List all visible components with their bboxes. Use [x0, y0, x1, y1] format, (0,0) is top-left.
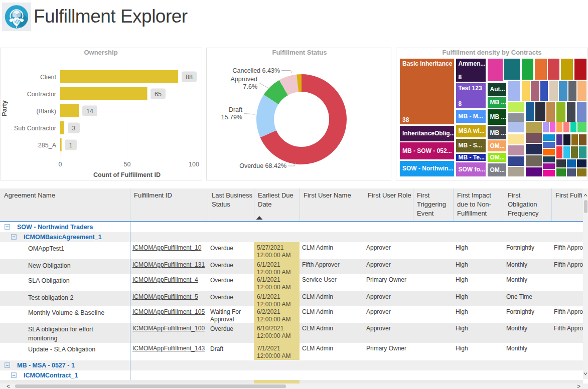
svg-text:50: 50 — [124, 161, 131, 168]
svg-text:7.6%: 7.6% — [243, 83, 258, 90]
svg-text:Contractor: Contractor — [27, 91, 56, 98]
svg-text:285_A: 285_A — [38, 142, 57, 149]
svg-text:Overdue 68.42%: Overdue 68.42% — [239, 162, 286, 169]
svg-text:1: 1 — [69, 142, 73, 149]
svg-text:88: 88 — [186, 74, 193, 81]
svg-text:Approved: Approved — [230, 76, 257, 83]
svg-text:Sub Contractor: Sub Contractor — [14, 125, 56, 132]
svg-text:Draft: Draft — [229, 106, 243, 113]
svg-text:15.79%: 15.79% — [221, 114, 242, 121]
svg-text:14: 14 — [86, 108, 93, 115]
svg-text:Party: Party — [1, 100, 8, 116]
svg-text:100: 100 — [189, 161, 199, 168]
svg-text:Fulfillment Status: Fulfillment Status — [272, 49, 327, 56]
svg-text:Ownership: Ownership — [84, 49, 117, 56]
svg-text:65: 65 — [155, 91, 162, 98]
svg-text:Count of Fulfillment ID: Count of Fulfillment ID — [93, 171, 161, 178]
svg-text:0: 0 — [59, 161, 62, 168]
svg-text:3: 3 — [72, 125, 76, 132]
svg-text:(Blank): (Blank) — [36, 108, 56, 115]
svg-text:Client: Client — [40, 74, 56, 81]
svg-text:Cancelled 6.43%: Cancelled 6.43% — [232, 67, 280, 74]
